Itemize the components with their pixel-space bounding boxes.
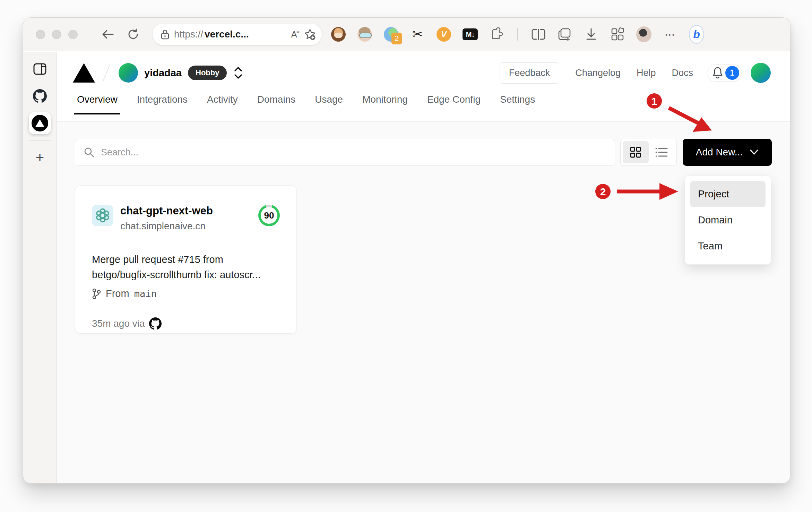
proxy-extension-icon[interactable]: 2 [383, 27, 399, 42]
help-link[interactable]: Help [637, 68, 656, 78]
bell-icon [712, 67, 723, 79]
split-screen-icon[interactable] [531, 27, 546, 42]
tab-overview[interactable]: Overview [76, 94, 118, 114]
tampermonkey-extension-icon[interactable] [331, 27, 346, 42]
tab-domains[interactable]: Domains [257, 94, 296, 114]
tab-edge-config[interactable]: Edge Config [426, 94, 481, 114]
url-host: vercel.c... [205, 29, 249, 40]
git-branch-icon [92, 288, 101, 299]
chevron-updown-icon [234, 66, 243, 80]
browser-window: https://vercel.c... Aʺ 2 ✂ V M↓ [23, 17, 791, 484]
reload-icon [127, 28, 139, 41]
dropdown-item-domain[interactable]: Domain [690, 207, 766, 233]
notifications-button[interactable]: 1 [707, 64, 742, 82]
extensions-puzzle-icon[interactable] [489, 27, 504, 42]
breadcrumb-divider [103, 65, 110, 82]
add-favorite-icon[interactable] [304, 28, 316, 41]
branch-name: main [134, 288, 157, 299]
deploy-time: 35m ago via [92, 318, 145, 329]
docs-link[interactable]: Docs [672, 68, 693, 78]
view-toggle [620, 139, 677, 166]
sidebar-add-button[interactable]: + [29, 147, 51, 169]
add-new-button[interactable]: Add New... [683, 139, 772, 166]
team-switcher-button[interactable] [234, 66, 243, 80]
url-scheme: https:// [174, 29, 203, 40]
proxy-badge: 2 [391, 33, 402, 44]
project-domain[interactable]: chat.simplenaive.cn [120, 221, 258, 232]
minimize-window-button[interactable] [52, 30, 61, 39]
plus-icon: + [36, 150, 44, 166]
tab-integrations[interactable]: Integrations [136, 94, 188, 114]
close-window-button[interactable] [36, 30, 45, 39]
vercel-logo[interactable] [73, 63, 95, 83]
clipper-extension-icon[interactable]: ✂ [410, 27, 425, 42]
window-controls [36, 30, 78, 39]
chevron-down-icon [750, 149, 759, 155]
dashboard-header: yidadaa Hobby Feedback Changelog Help Do… [57, 52, 790, 122]
score-ring[interactable]: 90 [258, 205, 280, 226]
add-new-label: Add New... [696, 147, 743, 158]
sidebar-item-vercel[interactable] [29, 112, 51, 134]
user-avatar[interactable] [751, 63, 771, 83]
search-icon [84, 147, 95, 158]
profile-avatar[interactable] [636, 27, 651, 42]
back-icon [101, 28, 114, 40]
github-icon [33, 89, 47, 103]
project-logo [92, 205, 113, 226]
tab-monitoring[interactable]: Monitoring [362, 94, 408, 114]
address-bar[interactable]: https://vercel.c... Aʺ [153, 24, 322, 45]
projects-toolbar: Add New... [75, 139, 772, 166]
grid-view-button[interactable] [623, 141, 649, 163]
tab-activity[interactable]: Activity [206, 94, 239, 114]
vercel-icon [32, 115, 48, 131]
lock-icon [161, 29, 169, 40]
github-source-icon [149, 317, 162, 330]
avatar-extension-icon[interactable] [357, 27, 372, 42]
tab-usage[interactable]: Usage [314, 94, 344, 114]
zoom-window-button[interactable] [68, 30, 78, 39]
more-menu-icon[interactable]: ⋯ [663, 27, 678, 42]
score-value: 90 [261, 207, 277, 224]
vercel-dashboard: yidadaa Hobby Feedback Changelog Help Do… [57, 52, 790, 483]
tab-settings[interactable]: Settings [499, 94, 536, 114]
read-aloud-icon[interactable]: Aʺ [291, 29, 299, 40]
toolbar-divider [517, 28, 518, 41]
bing-chat-icon[interactable]: b [689, 27, 704, 42]
feedback-button[interactable]: Feedback [500, 62, 560, 84]
browser-toolbar: https://vercel.c... Aʺ 2 ✂ V M↓ [23, 18, 790, 51]
edge-sidebar: + [23, 52, 57, 483]
sidebar-panel-button[interactable] [29, 58, 51, 80]
notification-count-badge: 1 [725, 66, 739, 80]
dashboard-tabs: Overview Integrations Activity Domains U… [73, 94, 771, 114]
changelog-link[interactable]: Changelog [575, 68, 621, 78]
apps-icon[interactable] [610, 27, 625, 42]
project-name[interactable]: chat-gpt-next-web [120, 205, 258, 217]
downloads-icon[interactable] [584, 27, 599, 42]
dropdown-item-team[interactable]: Team [690, 233, 766, 259]
dropdown-item-project[interactable]: Project [690, 181, 766, 207]
sidebar-item-github[interactable] [29, 85, 51, 107]
reload-button[interactable] [127, 28, 139, 41]
dashboard-content: Add New... Project Domain Team chat-gpt-… [57, 122, 790, 483]
list-view-button[interactable] [649, 141, 675, 163]
sidebar-panel-icon [33, 63, 46, 75]
collections-icon[interactable] [557, 27, 572, 42]
sidebar-divider [29, 140, 51, 141]
search-box [75, 139, 615, 166]
add-new-dropdown: Project Domain Team [685, 176, 771, 265]
plan-badge: Hobby [188, 66, 227, 80]
commit-message: Merge pull request #715 from betgo/bugfi… [92, 252, 280, 282]
list-view-icon [655, 147, 668, 157]
v-extension-icon[interactable]: V [436, 27, 451, 42]
back-button[interactable] [101, 28, 114, 40]
from-label: From [106, 288, 129, 299]
grid-view-icon [630, 146, 641, 158]
openai-icon [95, 208, 110, 223]
markdown-download-extension-icon[interactable]: M↓ [463, 27, 478, 42]
team-avatar [119, 63, 138, 83]
search-input[interactable] [101, 147, 606, 158]
breadcrumb-team-name[interactable]: yidadaa [144, 67, 182, 79]
extensions-row: 2 ✂ V M↓ ⋯ b [331, 27, 704, 42]
project-card[interactable]: chat-gpt-next-web chat.simplenaive.cn 90… [75, 185, 297, 334]
